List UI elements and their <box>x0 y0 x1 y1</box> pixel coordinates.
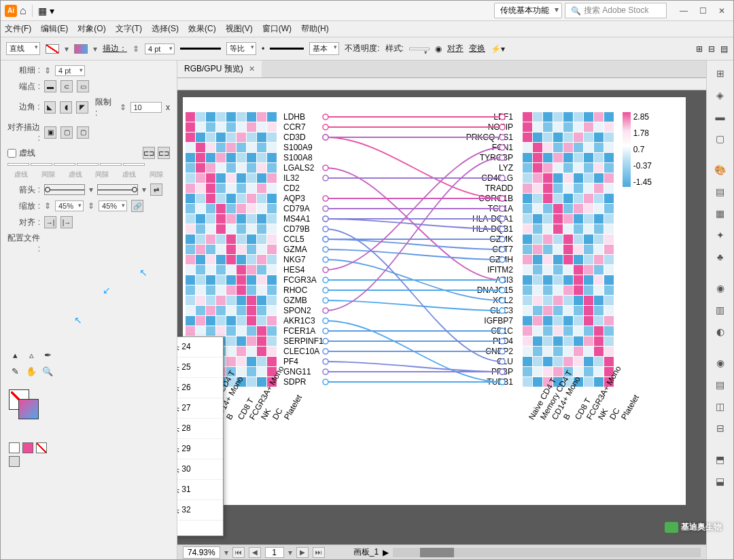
arrowhead-option[interactable]: 箭头 29 <box>177 439 223 459</box>
fill-stroke-indicator[interactable] <box>9 389 39 419</box>
arrow-end[interactable] <box>97 184 138 195</box>
search-adobe-stock[interactable]: 🔍搜索 Adobe Stock <box>565 3 667 18</box>
opt-icon-2[interactable]: ⊟ <box>708 44 715 54</box>
close-tab-icon[interactable]: ✕ <box>249 65 255 73</box>
tool-name[interactable]: 直线 <box>6 42 40 55</box>
first-artboard[interactable]: ⏮ <box>232 547 245 558</box>
document-tab[interactable]: RGB/GPU 预览)✕ <box>177 60 262 77</box>
pen-tool[interactable]: ✒ <box>40 347 55 362</box>
horizontal-scrollbar[interactable] <box>393 548 701 557</box>
arrow-align-end[interactable]: |→ <box>60 216 73 228</box>
menu-object[interactable]: 对象(O) <box>77 23 105 35</box>
arrowhead-option[interactable]: ⋙箭头 31 <box>177 480 223 500</box>
cap-projecting[interactable]: ▭ <box>77 80 89 92</box>
brush-dropdown[interactable]: 基本 <box>309 42 339 55</box>
transparency-panel-icon[interactable]: ◐ <box>712 323 729 340</box>
symbols-panel-icon[interactable]: ✦ <box>712 226 729 244</box>
zoom-tool[interactable]: 🔍 <box>40 364 55 379</box>
artboard-number[interactable]: 1 <box>265 547 284 558</box>
home-icon[interactable]: ⌂ <box>20 5 27 17</box>
menu-edit[interactable]: 编辑(E) <box>41 23 68 35</box>
arrowhead-option[interactable]: ⪢箭头 30 <box>177 459 223 480</box>
color-mode-none[interactable] <box>36 442 47 453</box>
transform-link[interactable]: 变换 <box>469 43 485 54</box>
opt-icon-1[interactable]: ⊞ <box>696 44 703 54</box>
corner-round[interactable]: ◖ <box>60 101 72 113</box>
artboards-panel-icon[interactable]: ▢ <box>712 130 729 147</box>
dash-align[interactable]: ⊏⊐ <box>158 147 170 159</box>
miter-limit[interactable]: 10 <box>130 102 162 113</box>
arrow-scale-start[interactable]: 45% <box>55 200 84 211</box>
arrowhead-option[interactable]: 箭头 26 <box>177 378 223 398</box>
gap-3[interactable] <box>123 163 145 166</box>
swap-arrows[interactable]: ⇄ <box>150 183 162 196</box>
dashed-checkbox[interactable] <box>7 149 16 158</box>
selection-tool[interactable]: ▴ <box>7 347 22 362</box>
corner-bevel[interactable]: ◤ <box>76 101 88 113</box>
zoom-level[interactable]: 74.93% <box>183 546 220 559</box>
link-scale[interactable]: 🔗 <box>131 200 143 212</box>
curvature-tool[interactable]: ✎ <box>7 364 22 379</box>
pathfinder-panel-icon[interactable]: ◫ <box>712 398 729 415</box>
menu-type[interactable]: 文字(T) <box>116 23 142 35</box>
dash-1[interactable] <box>7 163 29 166</box>
artboard-nav-icon[interactable]: ▶ <box>383 548 389 557</box>
properties-panel-icon[interactable]: ⊞ <box>712 65 729 82</box>
workspace-selector[interactable]: 传统基本功能 <box>494 3 562 18</box>
cap-round[interactable]: ⊂ <box>60 80 73 92</box>
menu-select[interactable]: 选择(S) <box>152 23 179 35</box>
arrowhead-option[interactable]: ⋙箭头 32 <box>177 500 223 521</box>
css-panel-icon[interactable]: ⬓ <box>712 472 729 490</box>
isolate-icon[interactable]: ⚡▾ <box>491 44 505 54</box>
color-mode-gradient[interactable] <box>22 442 33 453</box>
swatches-panel-icon[interactable]: ▤ <box>712 183 729 200</box>
menu-help[interactable]: 帮助(H) <box>301 23 329 35</box>
next-artboard[interactable]: ▶ <box>296 547 309 558</box>
dash-2[interactable] <box>54 163 75 166</box>
direct-selection-tool[interactable]: ▵ <box>24 347 39 362</box>
arrange-docs-icon[interactable]: ▦ ▾ <box>38 5 54 16</box>
minimize-button[interactable]: — <box>676 5 691 16</box>
gap-2[interactable] <box>77 163 99 166</box>
menu-view[interactable]: 视图(V) <box>226 23 253 35</box>
screen-mode[interactable] <box>9 456 20 467</box>
proportion-dropdown[interactable]: 等比 <box>226 42 256 55</box>
arrowhead-option[interactable]: 箭头 25 <box>177 357 223 378</box>
prev-artboard[interactable]: ◀ <box>249 547 261 558</box>
arrow-scale-end[interactable]: 45% <box>99 200 127 211</box>
libraries-panel-icon[interactable]: ▬ <box>712 108 729 126</box>
color-panel-icon[interactable]: 🎨 <box>712 161 729 179</box>
stroke-panel-icon[interactable]: ◉ <box>712 279 729 297</box>
stroke-weight-dropdown[interactable]: 4 pt <box>145 43 175 54</box>
canvas[interactable]: LDHBCCR7CD3DS100A9S100A8LGALS2IL32CD2AQP… <box>177 90 706 544</box>
align-stroke-inside[interactable]: ▢ <box>60 126 73 139</box>
opt-icon-3[interactable]: ▤ <box>720 44 728 54</box>
arrowhead-option[interactable]: →箭头 28 <box>177 419 223 439</box>
brushes-panel-icon[interactable]: ▦ <box>712 205 729 222</box>
align-link[interactable]: 对齐 <box>447 43 464 54</box>
fill-color-swatch[interactable] <box>46 44 59 54</box>
maximize-button[interactable]: ☐ <box>695 5 710 16</box>
corner-miter[interactable]: ◣ <box>44 101 56 113</box>
dash-3[interactable] <box>100 163 122 166</box>
style-dropdown[interactable] <box>409 48 430 50</box>
transform-panel-icon[interactable]: ⊟ <box>712 419 729 437</box>
last-artboard[interactable]: ⏭ <box>313 547 325 558</box>
stroke-color-swatch[interactable] <box>74 44 88 54</box>
arrowhead-popup[interactable]: 箭头 24箭头 25箭头 26箭头 27→箭头 28箭头 29⪢箭头 30⋙箭头… <box>177 336 224 536</box>
cap-butt[interactable]: ▬ <box>44 80 56 92</box>
arrowhead-option[interactable]: 箭头 24 <box>177 337 223 357</box>
menu-effect[interactable]: 效果(C) <box>188 23 216 35</box>
align-stroke-center[interactable]: ▣ <box>44 126 56 139</box>
stroke-weight[interactable]: 4 pt <box>55 65 85 76</box>
arrowhead-option[interactable]: 箭头 27 <box>177 398 223 419</box>
align-panel-icon[interactable]: ▤ <box>712 376 729 393</box>
appearance-icon[interactable]: ◉ <box>435 44 442 54</box>
gap-1[interactable] <box>31 163 52 166</box>
appearance-panel-icon[interactable]: ◉ <box>712 354 729 372</box>
graphic-styles-icon[interactable]: ♣ <box>712 248 729 266</box>
color-mode-solid[interactable] <box>9 442 20 453</box>
menu-file[interactable]: 文件(F) <box>5 23 31 35</box>
menu-window[interactable]: 窗口(W) <box>262 23 292 35</box>
layers-panel-icon[interactable]: ◈ <box>712 86 729 104</box>
